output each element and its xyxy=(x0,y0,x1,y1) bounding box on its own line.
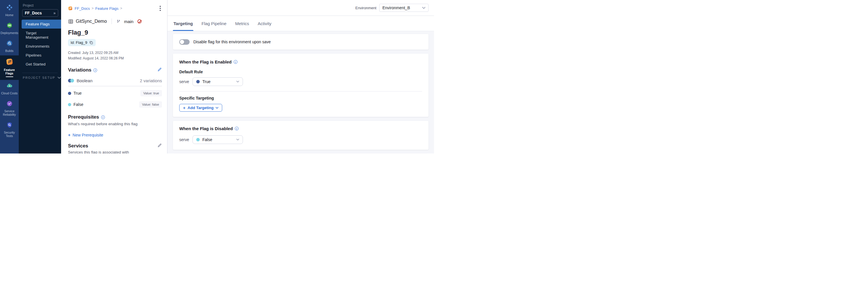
sidebar-item-pipelines[interactable]: Pipelines xyxy=(19,51,61,60)
disable-flag-toggle[interactable] xyxy=(179,39,190,45)
tabbar: Targeting Flag Pipeline Metrics Activity xyxy=(167,16,434,31)
environment-select[interactable]: Environment_B xyxy=(379,4,429,12)
targeting-tab-content: Disable flag for this environment upon s… xyxy=(167,31,434,154)
module-item-label: Builds xyxy=(5,49,13,53)
specific-targeting-label: Specific Targeting xyxy=(179,96,422,101)
serve-label: serve xyxy=(179,137,189,142)
sync-disabled-icon xyxy=(137,19,142,23)
variation-type-row: Boolean 2 variations xyxy=(68,78,162,83)
module-item-home[interactable]: Home xyxy=(0,2,19,20)
prerequisites-title: Prerequisites xyxy=(68,114,99,120)
environment-select-value: Environment_B xyxy=(382,5,410,10)
environment-topbar: Environment Environment_B xyxy=(167,0,434,16)
variation-row-false: False Value: false xyxy=(68,101,162,108)
kebab-menu-icon[interactable] xyxy=(158,5,162,11)
feature-flags-icon xyxy=(6,58,13,67)
variation-color-dot xyxy=(196,80,200,83)
plus-icon: + xyxy=(68,133,71,137)
environment-panel: Environment Environment_B Targeting Flag… xyxy=(167,0,434,154)
info-icon: i xyxy=(93,68,97,72)
plus-icon: + xyxy=(183,105,186,110)
module-item-deployments[interactable]: Deployments xyxy=(0,20,19,37)
add-targeting-button[interactable]: + Add Targeting xyxy=(179,104,222,112)
project-name: FF_Docs xyxy=(25,11,42,15)
enabled-serve-value: True xyxy=(202,79,234,84)
project-nav: Project FF_Docs » Feature Flags Target M… xyxy=(19,0,61,154)
home-icon xyxy=(6,4,13,12)
module-item-builds[interactable]: Builds xyxy=(0,37,19,55)
module-item-feature-flags[interactable]: Feature Flags xyxy=(0,55,19,80)
edit-variations-button[interactable] xyxy=(157,67,162,73)
new-prerequisite-label: New Prerequisite xyxy=(73,133,103,137)
variation-type-label: Boolean xyxy=(76,78,93,83)
default-rule-label: Default Rule xyxy=(179,69,422,74)
variation-count: 2 variations xyxy=(140,78,162,83)
edit-services-button[interactable] xyxy=(157,143,162,149)
sidebar-item-get-started[interactable]: Get Started xyxy=(19,60,61,69)
gitsync-row: GitSync_Demo main xyxy=(68,19,162,24)
tab-activity[interactable]: Activity xyxy=(257,16,272,31)
info-icon: i xyxy=(101,115,105,119)
tab-metrics[interactable]: Metrics xyxy=(235,16,250,31)
module-item-label: Security Tests xyxy=(1,131,18,138)
project-setup-toggle[interactable]: PROJECT SETUP xyxy=(23,76,61,79)
chevron-down-icon xyxy=(58,77,61,79)
variation-color-dot xyxy=(68,103,71,106)
tab-targeting[interactable]: Targeting xyxy=(173,16,193,31)
variation-color-dot xyxy=(68,92,71,95)
add-targeting-label: Add Targeting xyxy=(188,106,214,110)
services-subtitle: Services this flag is associated with xyxy=(68,150,162,154)
prerequisites-subtitle: What's required before enabling this fla… xyxy=(68,122,162,126)
sidebar-item-environments[interactable]: Environments xyxy=(19,42,61,51)
vertical-divider xyxy=(112,19,112,24)
git-branch-icon xyxy=(117,19,121,24)
default-rule-serve-row: serve True xyxy=(179,77,422,86)
sidebar-item-feature-flags[interactable]: Feature Flags xyxy=(22,20,61,29)
repository-icon xyxy=(68,19,73,24)
variation-value-badge: Value: false xyxy=(139,101,162,108)
service-reliability-icon xyxy=(6,101,13,108)
module-item-cloud-costs[interactable]: $ Cloud Costs xyxy=(0,80,19,98)
module-item-label: Home xyxy=(5,13,13,17)
builds-icon xyxy=(6,40,13,48)
sidebar-item-target-management[interactable]: Target Management xyxy=(19,29,61,42)
flag-id-text: Id: Flag_9 xyxy=(71,40,87,45)
new-prerequisite-button[interactable]: + New Prerequisite xyxy=(68,133,162,137)
module-item-label: Service Reliability xyxy=(1,109,18,116)
disable-flag-toggle-label: Disable flag for this environment upon s… xyxy=(193,39,271,44)
tab-flag-pipeline[interactable]: Flag Pipeline xyxy=(201,16,227,31)
app-root: Home Deployments Builds Feature Flags $ xyxy=(0,0,434,154)
module-item-label: Feature Flags xyxy=(1,68,18,75)
flag-disabled-title: When the Flag is Disabled xyxy=(179,126,233,131)
variations-title: Variations xyxy=(68,67,91,73)
active-module-underline xyxy=(6,77,13,77)
breadcrumb-link-project[interactable]: FF_Docs xyxy=(75,6,90,11)
module-item-service-reliability[interactable]: Service Reliability xyxy=(0,98,19,119)
flag-enabled-card: When the Flag is Enabled i Default Rule … xyxy=(173,54,429,117)
breadcrumb-link-feature-flags[interactable]: Feature Flags xyxy=(95,6,119,11)
gitsync-repo-name: GitSync_Demo xyxy=(76,19,107,24)
feature-flags-small-icon xyxy=(68,6,73,11)
disabled-serve-select[interactable]: False xyxy=(192,135,243,144)
chevron-down-icon xyxy=(236,81,239,83)
breadcrumb: FF_Docs > Feature Flags > xyxy=(68,5,162,11)
services-title: Services xyxy=(68,143,88,149)
variations-header: Variations i xyxy=(68,67,162,73)
variation-name: True xyxy=(73,91,82,95)
chevron-down-icon xyxy=(422,7,425,9)
module-item-security-tests[interactable]: Security Tests xyxy=(0,119,19,141)
project-selector[interactable]: FF_Docs » xyxy=(22,9,58,17)
variation-row-true: True Value: true xyxy=(68,90,162,96)
boolean-type-icon xyxy=(68,79,74,83)
services-header: Services xyxy=(68,143,162,149)
breadcrumb-separator: > xyxy=(92,6,94,10)
disabled-serve-value: False xyxy=(202,137,234,142)
page-title: Flag_9 xyxy=(68,29,162,36)
double-chevron-icon: » xyxy=(53,11,56,15)
card-divider xyxy=(179,91,422,91)
enabled-serve-select[interactable]: True xyxy=(192,77,243,86)
copy-icon[interactable] xyxy=(89,41,93,45)
flag-detail-pane: FF_Docs > Feature Flags > GitSync_Demo m… xyxy=(61,0,167,154)
disabled-serve-row: serve False xyxy=(179,135,422,144)
module-item-label: Cloud Costs xyxy=(1,91,18,95)
